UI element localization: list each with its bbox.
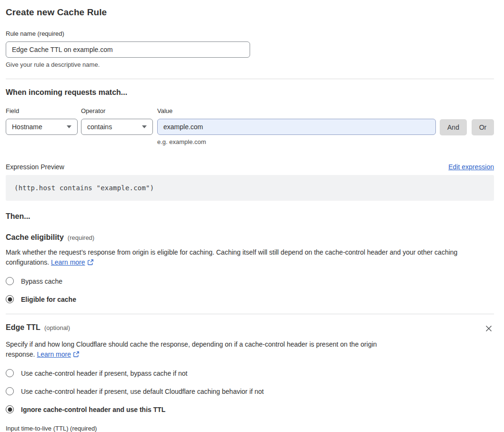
field-column: Field Hostname	[6, 107, 78, 135]
edit-expression-link[interactable]: Edit expression	[448, 163, 494, 171]
section-divider	[6, 314, 494, 314]
rule-name-help: Give your rule a descriptive name.	[6, 61, 494, 68]
field-select[interactable]: Hostname	[6, 119, 78, 135]
radio-checked-icon[interactable]	[6, 295, 14, 303]
edge-ttl-header: Edge TTL (optional)	[6, 323, 494, 334]
value-column: Value e.g. example.com	[157, 107, 436, 145]
chevron-down-icon	[142, 125, 147, 128]
operator-select-value: contains	[87, 123, 112, 131]
then-heading: Then...	[6, 212, 494, 221]
field-label: Field	[6, 107, 78, 114]
close-button[interactable]	[484, 323, 494, 334]
operator-label: Operator	[81, 107, 153, 114]
section-divider	[6, 79, 494, 79]
cache-eligibility-options: Bypass cache Eligible for cache	[6, 277, 494, 303]
external-link-icon	[73, 351, 80, 358]
close-icon	[484, 324, 493, 333]
radio-option-bypass-cache[interactable]: Bypass cache	[6, 277, 494, 285]
edge-ttl-description: Specify if and how long Cloudflare shoul…	[6, 339, 403, 360]
radio-option-label: Eligible for cache	[21, 296, 76, 303]
create-cache-rule-form: Create new Cache Rule Rule name (require…	[6, 7, 494, 432]
cache-eligibility-learn-more-link[interactable]: Learn more	[51, 258, 85, 266]
edge-ttl-qualifier: (optional)	[44, 324, 70, 331]
radio-unchecked-icon[interactable]	[6, 387, 14, 395]
rule-name-label: Rule name (required)	[6, 30, 494, 37]
rule-name-input[interactable]	[6, 41, 250, 58]
radio-option-eligible-for-cache[interactable]: Eligible for cache	[6, 295, 494, 303]
expression-code: (http.host contains "example.com")	[14, 184, 154, 192]
radio-checked-icon[interactable]	[6, 405, 14, 413]
value-label: Value	[157, 107, 436, 114]
edge-ttl-title: Edge TTL	[6, 323, 40, 332]
radio-unchecked-icon[interactable]	[6, 277, 14, 285]
radio-option-label: Use cache-control header if present, use…	[21, 388, 264, 395]
expression-preview-label: Expression Preview	[6, 163, 64, 171]
and-button[interactable]: And	[440, 119, 467, 135]
edge-ttl-options: Use cache-control header if present, byp…	[6, 369, 494, 413]
radio-option-label: Use cache-control header if present, byp…	[21, 370, 187, 377]
chevron-down-icon	[67, 125, 71, 128]
page-title: Create new Cache Rule	[6, 7, 494, 18]
cache-eligibility-qualifier: (required)	[68, 234, 94, 241]
match-section-heading: When incoming requests match...	[6, 88, 494, 97]
expression-preview-header: Expression Preview Edit expression	[6, 163, 494, 171]
external-link-icon	[87, 259, 94, 266]
cache-eligibility-description: Mark whether the request’s response from…	[6, 247, 494, 267]
operator-select[interactable]: contains	[81, 119, 153, 135]
radio-unchecked-icon[interactable]	[6, 369, 14, 377]
value-help: e.g. example.com	[157, 138, 436, 145]
radio-option-use-header-bypass[interactable]: Use cache-control header if present, byp…	[6, 369, 494, 377]
edge-ttl-learn-more-link[interactable]: Learn more	[37, 350, 71, 358]
ttl-input-label: Input time-to-live (TTL) (required)	[6, 425, 494, 432]
field-select-value: Hostname	[12, 123, 42, 131]
operator-column: Operator contains	[81, 107, 153, 135]
cache-eligibility-header: Cache eligibility (required)	[6, 233, 494, 242]
radio-option-label: Bypass cache	[21, 278, 62, 285]
expression-preview-box: (http.host contains "example.com")	[6, 175, 494, 201]
match-value-input[interactable]	[157, 119, 436, 135]
radio-option-use-header-default[interactable]: Use cache-control header if present, use…	[6, 387, 494, 395]
radio-option-ignore-header-ttl[interactable]: Ignore cache-control header and use this…	[6, 405, 494, 413]
radio-option-label: Ignore cache-control header and use this…	[21, 406, 165, 413]
match-condition-row: Field Hostname Operator contains Value e…	[6, 107, 494, 145]
or-button[interactable]: Or	[472, 119, 494, 135]
cache-eligibility-title: Cache eligibility	[6, 233, 64, 242]
